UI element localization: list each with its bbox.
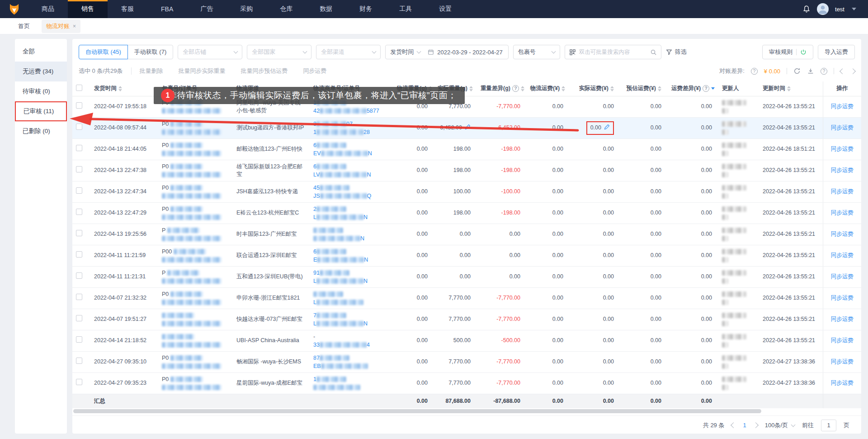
bulk-action-1[interactable]: 批量删除 xyxy=(140,67,163,75)
sync-freight-link[interactable]: 同步运费 xyxy=(831,252,854,258)
user-avatar[interactable] xyxy=(817,3,829,15)
sync-freight-link[interactable]: 同步运费 xyxy=(831,146,854,152)
next-page-icon[interactable] xyxy=(753,422,759,428)
help-icon[interactable]: ? xyxy=(703,85,709,92)
prev-page-icon[interactable] xyxy=(731,422,737,428)
row-checkbox[interactable] xyxy=(76,315,82,321)
user-menu-caret-icon[interactable] xyxy=(852,8,856,10)
row-checkbox[interactable] xyxy=(76,294,82,300)
row-checkbox[interactable] xyxy=(76,102,82,109)
auto-fetch-button[interactable]: 自动获取 (45) xyxy=(79,45,128,59)
help-icon[interactable]: ? xyxy=(751,68,758,75)
sort-icon[interactable] xyxy=(521,86,524,91)
row-checkbox[interactable] xyxy=(76,379,82,385)
goto-page-input[interactable] xyxy=(821,420,836,431)
row-checkbox[interactable] xyxy=(76,166,82,172)
column-header-8[interactable]: 重量差异(g)? xyxy=(477,81,527,96)
scrollbar-thumb[interactable] xyxy=(73,409,761,413)
sync-freight-link[interactable]: 同步运费 xyxy=(831,167,854,173)
sync-freight-link[interactable]: 同步运费 xyxy=(831,380,854,386)
bulk-action-3[interactable]: 批量同步预估运费 xyxy=(241,67,288,75)
country-select[interactable]: 全部国家 xyxy=(247,45,311,59)
sync-freight-link[interactable]: 同步运费 xyxy=(831,231,854,237)
import-freight-button[interactable]: 导入运费 xyxy=(818,45,855,59)
nav-item-2[interactable]: 销售 xyxy=(68,0,108,18)
sidebar-item-2[interactable]: 无运费 (34) xyxy=(15,62,67,81)
horizontal-scrollbar[interactable] xyxy=(73,409,855,414)
column-header-10[interactable]: 实际运费(¥) xyxy=(570,81,620,96)
column-header-2[interactable]: 发货时间 xyxy=(90,81,158,96)
nav-item-10[interactable]: 工具 xyxy=(386,0,425,18)
filter-button[interactable]: 筛选 xyxy=(666,48,687,56)
column-header-9[interactable]: 物流运费(¥) xyxy=(527,81,570,96)
sync-freight-link[interactable]: 同步运费 xyxy=(831,210,854,216)
tab-logistics-reconciliation[interactable]: 物流对账 × xyxy=(42,19,80,33)
sync-freight-link[interactable]: 同步运费 xyxy=(831,337,854,344)
audit-rule-button[interactable]: 审核规则 xyxy=(762,45,813,59)
sync-freight-link[interactable]: 同步运费 xyxy=(831,316,854,322)
edit-pencil-icon[interactable] xyxy=(604,124,610,132)
sidebar-item-5[interactable]: 已删除 (0) xyxy=(15,121,67,141)
nav-item-7[interactable]: 仓库 xyxy=(266,0,306,18)
row-checkbox[interactable] xyxy=(76,124,82,130)
download-icon[interactable] xyxy=(807,67,814,75)
sidebar-item-4[interactable]: 已审核 (11) xyxy=(15,101,67,121)
row-checkbox[interactable] xyxy=(76,251,82,258)
app-logo[interactable] xyxy=(0,0,28,18)
sort-icon[interactable] xyxy=(658,86,661,91)
column-header-11[interactable]: 预估运费(¥) xyxy=(620,81,668,96)
time-field-select[interactable]: 发货时间 xyxy=(386,48,425,56)
row-checkbox[interactable] xyxy=(76,187,82,194)
batch-search-input[interactable]: 双击可批量搜索内容 xyxy=(565,45,661,59)
row-checkbox[interactable] xyxy=(76,230,82,236)
sort-icon[interactable] xyxy=(561,86,565,91)
search-icon[interactable] xyxy=(650,49,657,56)
page-size-select[interactable]: 100条/页 xyxy=(765,421,795,429)
sort-icon[interactable] xyxy=(469,86,473,91)
column-scroll-left-icon[interactable] xyxy=(840,68,845,74)
nav-item-3[interactable]: 客服 xyxy=(108,0,147,18)
notification-bell-icon[interactable] xyxy=(802,5,811,13)
nav-item-6[interactable]: 采购 xyxy=(226,0,266,18)
sync-freight-link[interactable]: 同步运费 xyxy=(831,188,854,195)
row-checkbox[interactable] xyxy=(76,145,82,151)
row-checkbox[interactable] xyxy=(76,336,82,343)
nav-item-5[interactable]: 广告 xyxy=(187,0,226,18)
help-icon[interactable]: ? xyxy=(512,85,519,92)
nav-item-11[interactable]: 设置 xyxy=(425,0,465,18)
row-checkbox[interactable] xyxy=(76,358,82,364)
date-range-input[interactable]: 2022-03-29 - 2022-04-27 xyxy=(425,49,508,56)
nav-item-8[interactable]: 数据 xyxy=(306,0,346,18)
edit-pencil-icon[interactable] xyxy=(465,124,471,132)
select-all-checkbox[interactable] xyxy=(76,85,82,91)
sync-freight-link[interactable]: 同步运费 xyxy=(831,295,854,301)
column-scroll-right-icon[interactable] xyxy=(850,68,856,74)
tab-close-icon[interactable]: × xyxy=(73,23,76,29)
nav-item-1[interactable]: 商品 xyxy=(28,0,68,18)
sort-icon[interactable] xyxy=(118,86,122,91)
sidebar-item-1[interactable]: 全部 xyxy=(15,42,67,62)
sync-freight-link[interactable]: 同步运费 xyxy=(831,358,854,365)
sort-icon[interactable] xyxy=(610,86,614,91)
sort-icon[interactable] xyxy=(711,87,715,90)
package-no-select[interactable]: 包裹号 xyxy=(513,45,560,59)
bulk-action-4[interactable]: 同步运费 xyxy=(303,67,327,75)
page-number[interactable]: 1 xyxy=(743,422,746,429)
refresh-icon[interactable] xyxy=(793,67,801,75)
channel-select[interactable]: 全部渠道 xyxy=(316,45,381,59)
sync-freight-link[interactable]: 同步运费 xyxy=(831,273,854,280)
sync-freight-link[interactable]: 同步运费 xyxy=(831,103,854,110)
shop-select[interactable]: 全部店铺 xyxy=(178,45,242,59)
column-header-14[interactable]: 更新时间 xyxy=(759,81,823,96)
sync-freight-link[interactable]: 同步运费 xyxy=(831,124,854,131)
manual-fetch-button[interactable]: 手动获取 (7) xyxy=(127,45,174,59)
column-header-12[interactable]: 运费差异(¥)? xyxy=(668,81,718,96)
row-checkbox[interactable] xyxy=(76,272,82,279)
nav-item-4[interactable]: FBA xyxy=(147,0,187,18)
bulk-action-2[interactable]: 批量同步实际重量 xyxy=(179,67,226,75)
help-icon[interactable]: ? xyxy=(821,68,827,75)
nav-item-9[interactable]: 财务 xyxy=(346,0,386,18)
sidebar-item-3[interactable]: 待审核 (0) xyxy=(15,81,67,101)
tab-home[interactable]: 首页 xyxy=(18,22,30,30)
sort-icon[interactable] xyxy=(787,86,791,91)
